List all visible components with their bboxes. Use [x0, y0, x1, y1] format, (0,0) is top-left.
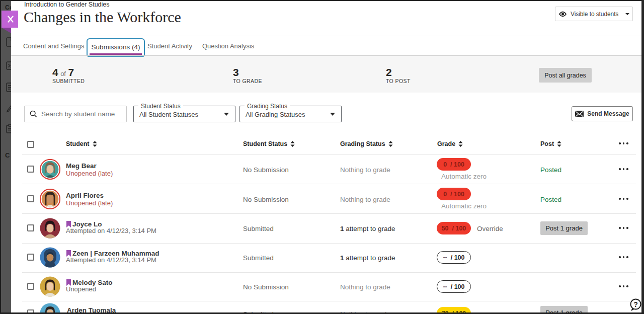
- svg-text:?: ?: [633, 300, 638, 308]
